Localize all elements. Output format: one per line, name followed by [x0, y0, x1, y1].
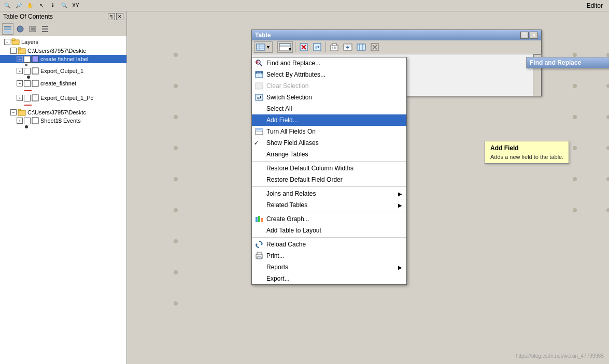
svg-rect-52	[256, 83, 263, 89]
menu-item-select-by-attr[interactable]: SQL Select By Attributes...	[252, 69, 406, 80]
zoom-out-btn[interactable]: 🔎	[13, 1, 24, 11]
reload-cache-label: Reload Cache	[266, 241, 306, 248]
window-restore-btn[interactable]: ⬜	[520, 32, 529, 39]
move-col-btn[interactable]	[355, 41, 367, 53]
identify-btn[interactable]: ℹ	[48, 1, 58, 11]
toc-layer-export-output-1-pc[interactable]: + Export_Output_1_Pc	[0, 94, 126, 102]
svg-rect-5	[31, 27, 35, 31]
toc-title: Table Of Contents	[3, 13, 53, 20]
svg-rect-39	[357, 44, 365, 50]
menu-item-create-graph[interactable]: Create Graph...	[252, 213, 406, 225]
svg-rect-58	[256, 217, 258, 222]
toc-pin-btn[interactable]: ¶	[108, 13, 115, 20]
table-options-dropdown[interactable]: ▼	[254, 41, 273, 53]
reports-label: Reports	[266, 264, 288, 271]
expand-folder1[interactable]: −	[10, 48, 17, 54]
watermark: https://blog.csdn.net/weixin_47799965	[516, 353, 604, 359]
expand-layers[interactable]: −	[4, 39, 10, 45]
menu-item-print[interactable]: Print...	[252, 250, 406, 261]
menu-item-restore-col-widths[interactable]: Restore Default Column Widths	[252, 163, 406, 174]
svg-text:SQL: SQL	[257, 71, 262, 74]
menu-item-switch-selection[interactable]: ⇄ Switch Selection	[252, 92, 406, 103]
toc-close-btn[interactable]: ✕	[116, 13, 123, 20]
toc-source-btn[interactable]	[15, 23, 26, 35]
checkbox-fishnet[interactable]	[24, 80, 31, 87]
toc-layer-sheet1-events[interactable]: + Sheet1$ Events	[0, 117, 126, 125]
toc-folder2[interactable]: − C:\Users\37957\Desktc	[0, 108, 126, 117]
clear-sel-btn[interactable]	[298, 41, 310, 53]
menu-item-add-field[interactable]: Add Field...	[252, 114, 406, 126]
main-area: Table Of Contents ¶ ✕ −	[0, 11, 609, 364]
toc-layer-create-fishnet-label[interactable]: − create fishnet label	[0, 55, 126, 63]
find-replace-titlebar: Find and Replace ✕	[527, 57, 609, 68]
menu-item-find-replace[interactable]: Find and Replace...	[252, 57, 406, 69]
find-btn[interactable]: 🔍	[59, 1, 69, 11]
add-field-toolbar-btn[interactable]: +	[342, 41, 354, 53]
expand-export1pc[interactable]: +	[17, 95, 23, 101]
menu-item-restore-field-order[interactable]: Restore Default Field Order	[252, 174, 406, 185]
svg-rect-16	[32, 95, 38, 101]
clear-selection-label: Clear Selection	[266, 82, 308, 90]
find-replace-icon	[254, 58, 264, 68]
toc-visibility-btn[interactable]	[27, 23, 38, 35]
layers-label: Layers	[21, 39, 38, 45]
menu-sep-4	[252, 237, 406, 238]
svg-rect-6	[42, 26, 48, 27]
expand-export1[interactable]: +	[17, 68, 23, 74]
menu-item-reports[interactable]: Reports ▶	[252, 261, 406, 273]
show-aliases-check: ✓	[254, 140, 259, 147]
menu-item-related-tables[interactable]: Related Tables ▶	[252, 199, 406, 211]
svg-rect-14	[32, 68, 38, 74]
menu-item-joins-relates[interactable]: Joins and Relates ▶	[252, 188, 406, 199]
checkbox-export1pc[interactable]	[24, 95, 31, 101]
svg-text:⇄: ⇄	[315, 45, 319, 50]
toc-drawing-order-btn[interactable]	[2, 23, 13, 35]
svg-rect-7	[42, 28, 48, 30]
related-tables-arrow: ▶	[398, 202, 402, 208]
window-close-btn[interactable]: ✕	[530, 32, 538, 39]
svg-rect-32	[332, 43, 336, 46]
zoom-in-btn[interactable]: 🔍	[2, 1, 12, 11]
content-area: Table ⬜ ✕ ▼	[127, 11, 609, 364]
checkbox-sheet1[interactable]	[24, 118, 31, 124]
turn-all-fields-label: Turn All Fields On	[266, 128, 316, 135]
close-table-btn[interactable]	[369, 41, 381, 53]
checkbox-fishnet-label[interactable]	[24, 56, 31, 63]
expand-fishnet[interactable]: +	[17, 80, 23, 86]
switch-sel-icon: ⇄	[254, 92, 264, 103]
menu-item-reload-cache[interactable]: Reload Cache	[252, 239, 406, 250]
menu-item-select-all[interactable]: Select All	[252, 103, 406, 114]
tools-btn[interactable]: XY	[70, 1, 81, 11]
svg-rect-60	[261, 218, 263, 222]
export-label: Export...	[266, 275, 290, 282]
toc-layer-create-fishnet[interactable]: + create_fishnet	[0, 79, 126, 88]
pan-btn[interactable]: ✋	[25, 1, 35, 11]
menu-item-export[interactable]: Export...	[252, 273, 406, 284]
toc-options-btn[interactable]	[39, 23, 51, 35]
add-field-tooltip: Add Field Adds a new field to the table.	[485, 141, 569, 164]
clear-sel-icon	[254, 81, 264, 91]
delete-row-btn[interactable]	[328, 41, 341, 53]
export1pc-line-symbol	[24, 105, 32, 106]
menu-item-turn-all-fields[interactable]: Turn All Fields On	[252, 126, 406, 137]
toc-folder1[interactable]: − C:\Users\37957\Desktc	[0, 47, 126, 55]
menu-item-show-field-aliases[interactable]: ✓ Show Field Aliases	[252, 137, 406, 149]
joins-relates-label: Joins and Relates	[266, 190, 316, 197]
svg-text:⇄: ⇄	[257, 95, 261, 100]
toc-content: − Layers − C:\Users\37957\Desktc −	[0, 36, 126, 364]
checkbox-export1[interactable]	[24, 68, 31, 75]
turn-fields-icon	[254, 126, 264, 137]
toc-layers-root[interactable]: − Layers	[0, 37, 126, 47]
show-all-records-btn[interactable]: ▼	[277, 41, 293, 53]
select-btn[interactable]: ↖	[36, 1, 47, 11]
menu-item-arrange-tables[interactable]: Arrange Tables	[252, 149, 406, 160]
menu-item-add-table-layout[interactable]: Add Table to Layout	[252, 225, 406, 236]
expand-fishnet-label[interactable]: −	[17, 56, 23, 62]
expand-sheet1[interactable]: +	[17, 118, 23, 124]
expand-folder2[interactable]: −	[10, 109, 17, 115]
select-attr-icon: SQL	[254, 69, 264, 80]
switch-sel-btn[interactable]: ⇄	[311, 41, 323, 53]
toc-toolbar	[0, 22, 126, 36]
toc-layer-export-output-1[interactable]: + Export_Output_1	[0, 67, 126, 75]
svg-rect-18	[18, 109, 21, 111]
